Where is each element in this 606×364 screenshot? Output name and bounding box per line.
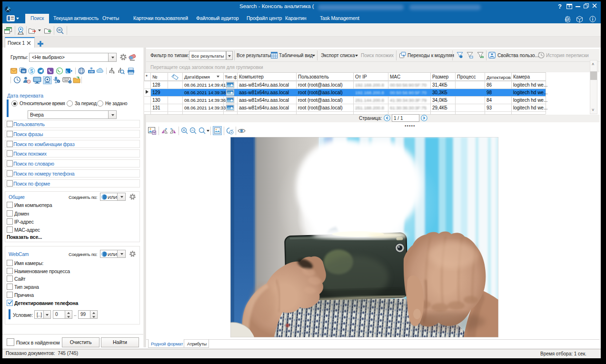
svg-text:IM: IM xyxy=(22,70,25,73)
svg-text:L: L xyxy=(66,69,69,74)
svg-text:ID: ID xyxy=(58,29,61,31)
svg-text:S: S xyxy=(30,69,33,74)
svg-text:FTP: FTP xyxy=(89,71,94,73)
